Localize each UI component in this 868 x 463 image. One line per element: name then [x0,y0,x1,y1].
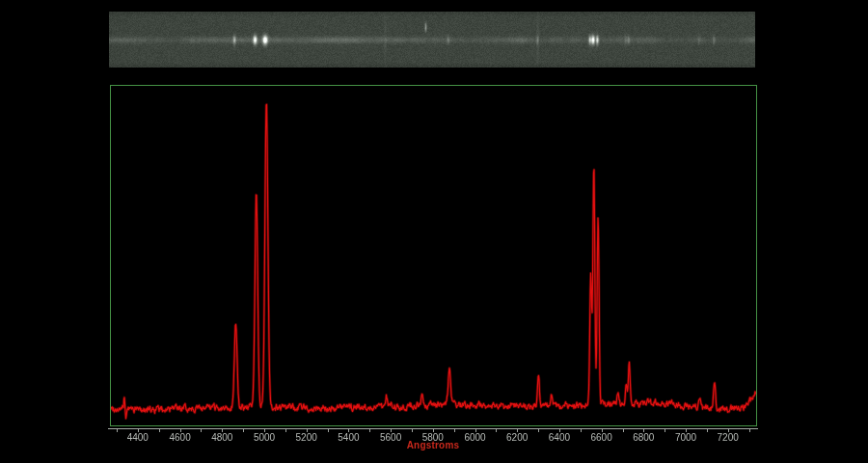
axis-tick [517,429,518,432]
axis-tick [159,429,160,432]
axis-tick [454,429,455,432]
axis-tick [138,429,139,432]
axis-tick-label: 6200 [501,432,533,443]
axis-tick [686,429,687,432]
axis-line [108,428,758,429]
axis-tick [538,429,539,432]
axis-tick [643,429,644,432]
axis-tick-label: 4400 [122,432,154,443]
axis-tick [201,429,202,432]
spectrum-trace [111,104,756,419]
axis-tick-label: 7200 [712,432,745,443]
axis-tick [391,429,392,432]
spectrum-trace-glow [111,104,756,419]
axis-tick-label: 4600 [164,432,197,443]
axis-tick [412,429,413,432]
axis-tick [475,429,476,432]
axis-tick-label: 6600 [585,432,618,443]
axis-tick [348,429,349,432]
axis-tick [243,429,244,432]
axis-tick [728,429,729,432]
axis-tick [180,429,181,432]
spectrum-image-strip [109,12,755,68]
x-axis-label: Angstroms [385,440,481,450]
axis-tick [559,429,560,432]
axis-tick [602,429,603,432]
axis-tick [369,429,370,432]
axis-tick [307,429,308,432]
axis-tick [433,429,434,432]
axis-tick-label: 7000 [669,432,702,443]
axis-tick-label: 4800 [205,432,238,443]
axis-tick-label: 6400 [543,432,576,443]
axis-tick [665,429,665,432]
axis-tick [496,429,497,432]
axis-tick [222,429,223,432]
axis-tick-label: 6800 [627,432,660,443]
axis-tick [117,429,118,432]
axis-tick [285,429,286,432]
axis-tick [328,429,329,432]
axis-tick [749,429,750,432]
axis-tick-label: 5400 [332,432,365,443]
axis-tick [581,429,582,432]
axis-tick-label: 5200 [290,432,323,443]
spectrum-plot-frame [110,85,757,426]
axis-tick [707,429,708,432]
spectrum-trace-svg [111,86,756,425]
axis-tick [623,429,624,432]
axis-tick-label: 5000 [248,432,281,443]
axis-tick [264,429,265,432]
screen: 4400460048005000520054005600580060006200… [0,0,868,463]
